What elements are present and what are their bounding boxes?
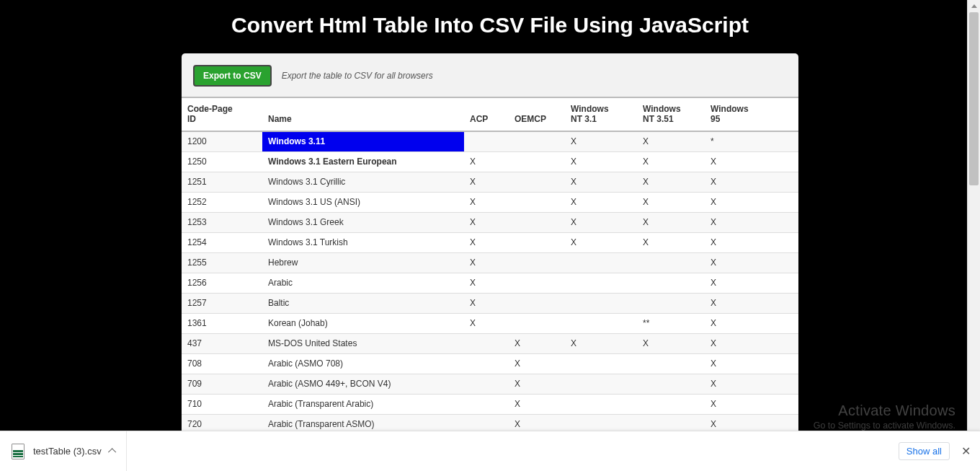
codepage-table: Code-PageIDNameACPOEMCPWindowsNT 3.1Wind…	[182, 97, 798, 431]
browser-scrollbar[interactable]	[967, 0, 980, 431]
table-cell: Baltic	[262, 293, 464, 313]
scrollbar-thumb[interactable]	[969, 12, 979, 185]
table-cell: 437	[182, 333, 262, 353]
table-cell	[509, 273, 565, 293]
table-row[interactable]: 437MS-DOS United StatesXXXX	[182, 333, 798, 353]
table-cell: X	[464, 192, 509, 212]
table-cell: X	[464, 293, 509, 313]
table-cell	[637, 273, 705, 293]
table-row[interactable]: 1254Windows 3.1 TurkishXXXX	[182, 232, 798, 252]
scroll-up-arrow-icon[interactable]	[968, 0, 980, 12]
csv-file-icon	[12, 444, 24, 459]
table-cell: X	[464, 232, 509, 252]
table-cell: X	[565, 212, 637, 232]
table-cell: 1254	[182, 232, 262, 252]
table-cell: Arabic (ASMO 449+, BCON V4)	[262, 374, 464, 394]
table-row[interactable]: 1361Korean (Johab)X**X	[182, 313, 798, 333]
table-cell: X	[509, 374, 565, 394]
table-cell: 1257	[182, 293, 262, 313]
column-header[interactable]: OEMCP	[509, 97, 565, 131]
table-cell	[509, 313, 565, 333]
table-cell	[565, 394, 637, 414]
table-row[interactable]: 1256ArabicXX	[182, 273, 798, 293]
table-cell	[509, 293, 565, 313]
table-cell: X	[464, 252, 509, 273]
column-header[interactable]: Code-PageID	[182, 97, 262, 131]
table-row[interactable]: 1253Windows 3.1 GreekXXXX	[182, 212, 798, 232]
table-cell: X	[509, 333, 565, 353]
table-cell: Windows 3.1 Turkish	[262, 232, 464, 252]
close-icon[interactable]: ✕	[956, 444, 976, 458]
table-cell: X	[464, 172, 509, 192]
table-cell: X	[565, 232, 637, 252]
table-cell: X	[705, 212, 798, 232]
table-row[interactable]: 1252Windows 3.1 US (ANSI)XXXX	[182, 192, 798, 212]
table-cell	[509, 131, 565, 152]
table-row[interactable]: 1255HebrewXX	[182, 252, 798, 273]
table-cell	[637, 252, 705, 273]
card: Export to CSV Export the table to CSV fo…	[182, 53, 798, 431]
table-cell: X	[705, 293, 798, 313]
table-cell: X	[509, 394, 565, 414]
table-cell	[637, 293, 705, 313]
export-note: Export the table to CSV for all browsers	[282, 71, 433, 81]
table-cell: X	[705, 353, 798, 374]
table-cell: X	[637, 172, 705, 192]
table-cell: X	[637, 333, 705, 353]
table-cell: X	[509, 414, 565, 431]
export-csv-button[interactable]: Export to CSV	[193, 65, 272, 87]
page-scroll-area[interactable]: Convert Html Table Into CSV File Using J…	[0, 0, 980, 431]
column-header[interactable]: Windows95	[705, 97, 798, 131]
table-row[interactable]: 1200Windows 3.11XX*	[182, 131, 798, 152]
table-cell: 1252	[182, 192, 262, 212]
table-row[interactable]: 720Arabic (Transparent ASMO)XX	[182, 414, 798, 431]
table-cell: X	[705, 394, 798, 414]
table-cell: X	[565, 131, 637, 152]
table-cell: 710	[182, 394, 262, 414]
show-all-button[interactable]: Show all	[899, 442, 950, 460]
table-cell	[565, 414, 637, 431]
table-header-row: Code-PageIDNameACPOEMCPWindowsNT 3.1Wind…	[182, 97, 798, 131]
table-cell: 1250	[182, 151, 262, 172]
table-row[interactable]: 1250Windows 3.1 Eastern EuropeanXXXX	[182, 151, 798, 172]
table-cell	[565, 252, 637, 273]
table-cell: X	[637, 151, 705, 172]
table-cell: **	[637, 313, 705, 333]
table-cell: X	[464, 273, 509, 293]
column-header[interactable]: Name	[262, 97, 464, 131]
table-row[interactable]: 1257BalticXX	[182, 293, 798, 313]
chevron-up-icon[interactable]	[110, 447, 119, 456]
table-row[interactable]: 709Arabic (ASMO 449+, BCON V4)XX	[182, 374, 798, 394]
table-cell	[637, 414, 705, 431]
table-cell: 708	[182, 353, 262, 374]
table-cell	[565, 293, 637, 313]
table-cell: X	[637, 192, 705, 212]
table-row[interactable]: 1251Windows 3.1 CyrillicXXXX	[182, 172, 798, 192]
table-cell	[464, 353, 509, 374]
column-header[interactable]: ACP	[464, 97, 509, 131]
table-cell	[464, 414, 509, 431]
table-cell: 1255	[182, 252, 262, 273]
table-cell: 1361	[182, 313, 262, 333]
table-cell: X	[509, 353, 565, 374]
table-cell: X	[565, 151, 637, 172]
table-cell	[509, 232, 565, 252]
column-header[interactable]: WindowsNT 3.1	[565, 97, 637, 131]
table-cell	[509, 192, 565, 212]
table-cell	[509, 252, 565, 273]
download-item[interactable]: testTable (3).csv	[0, 431, 127, 471]
column-header[interactable]: WindowsNT 3.51	[637, 97, 705, 131]
table-cell: Korean (Johab)	[262, 313, 464, 333]
table-cell: Arabic	[262, 273, 464, 293]
table-cell: X	[705, 151, 798, 172]
table-cell	[464, 333, 509, 353]
table-row[interactable]: 708Arabic (ASMO 708)XX	[182, 353, 798, 374]
table-cell	[509, 172, 565, 192]
table-cell: Arabic (Transparent ASMO)	[262, 414, 464, 431]
table-cell	[565, 273, 637, 293]
table-cell: 1253	[182, 212, 262, 232]
table-cell: X	[705, 172, 798, 192]
table-row[interactable]: 710Arabic (Transparent Arabic)XX	[182, 394, 798, 414]
table-cell: MS-DOS United States	[262, 333, 464, 353]
table-cell: 1256	[182, 273, 262, 293]
